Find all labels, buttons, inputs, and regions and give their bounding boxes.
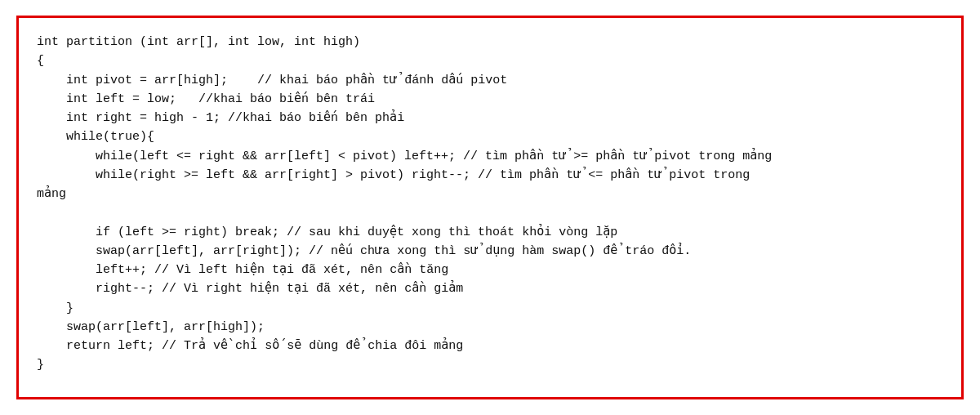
code-content: int partition (int arr[], int low, int h… xyxy=(37,33,943,375)
code-block-container: int partition (int arr[], int low, int h… xyxy=(16,16,964,399)
